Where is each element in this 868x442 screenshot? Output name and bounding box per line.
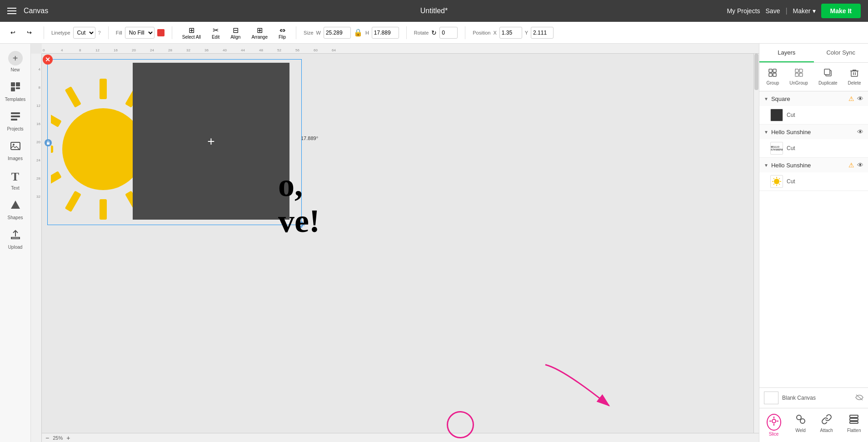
sidebar-item-projects[interactable]: Projects — [2, 107, 29, 135]
warning-icon: ⚠ — [848, 95, 854, 102]
main-layout: + New Templates Projects Images T Text — [0, 44, 868, 442]
select-all-icon: ⊞ — [189, 26, 195, 35]
layer-group-square-header[interactable]: ▼ Square ⚠ 👁 — [759, 91, 868, 106]
make-it-button[interactable]: Make It — [821, 4, 861, 18]
duplicate-button[interactable]: Duplicate — [815, 66, 841, 87]
sidebar-label-projects: Projects — [7, 126, 23, 131]
x-input[interactable] — [499, 27, 522, 39]
zoom-value: 25% — [53, 435, 63, 441]
projects-icon — [10, 111, 21, 125]
layer-item-hello2-cut[interactable]: Cut — [759, 172, 868, 191]
sidebar-item-new[interactable]: + New — [2, 47, 29, 76]
visible-icon[interactable]: 👁 — [857, 95, 863, 102]
linetype-label: Linetype — [51, 30, 70, 35]
svg-rect-26 — [773, 69, 776, 72]
canvas-content: 25.289° 17.889° ✕ — [42, 54, 759, 433]
flip-button[interactable]: ⇔ Flip — [276, 26, 289, 39]
sidebar-item-text[interactable]: T Text — [2, 166, 29, 194]
right-panel: Layers Color Sync Group UnGroup — [759, 44, 868, 442]
templates-icon — [10, 81, 21, 95]
fill-color-swatch[interactable] — [157, 29, 165, 36]
visible-icon[interactable]: 👁 — [857, 128, 863, 136]
layer-hidden-icon[interactable] — [855, 394, 863, 402]
bottom-action-bar: Slice Weld Attach Flatten — [759, 408, 868, 442]
sidebar-item-shapes[interactable]: Shapes — [2, 196, 29, 224]
weld-button[interactable]: Weld — [792, 412, 810, 438]
hamburger-menu[interactable] — [7, 8, 16, 14]
top-nav: Canvas Untitled* My Projects Save | Make… — [0, 0, 868, 22]
sidebar-item-images[interactable]: Images — [2, 137, 29, 165]
scrollbar-thumb[interactable] — [754, 54, 758, 90]
rotate-icon: ↻ — [431, 29, 437, 36]
sidebar-label-shapes: Shapes — [8, 215, 23, 220]
linetype-group: Linetype Cut ? — [51, 27, 101, 39]
bottom-bar: − 25% + — [42, 433, 759, 442]
visible-icon[interactable]: 👁 — [857, 161, 863, 169]
tab-color-sync[interactable]: Color Sync — [814, 44, 868, 62]
maker-dropdown[interactable]: Maker ▾ — [793, 7, 816, 15]
y-input[interactable] — [531, 27, 554, 39]
edit-icon: ✂ — [213, 26, 219, 35]
svg-point-23 — [62, 108, 144, 190]
left-sidebar: + New Templates Projects Images T Text — [0, 44, 31, 442]
flatten-button[interactable]: Flatten — [843, 412, 865, 438]
layer-item-hello1-cut[interactable]: HELLOSUNSHINE Cut — [759, 139, 868, 157]
undo-redo-group: ↩ ↪ — [5, 26, 36, 39]
fill-select[interactable]: No Fill — [125, 27, 155, 39]
rotate-group: Rotate ↻ — [414, 27, 458, 39]
zoom-in-button[interactable]: + — [66, 434, 70, 442]
layer-group-hello2-header[interactable]: ▼ Hello Sunshine ⚠ 👁 — [759, 158, 868, 172]
toolbar: ↩ ↪ Linetype Cut ? Fill No Fill ⊞ Select… — [0, 22, 868, 44]
edit-button[interactable]: ✂ Edit — [209, 26, 222, 39]
zoom-out-button[interactable]: − — [45, 434, 49, 442]
group-button[interactable]: Group — [763, 66, 783, 87]
arrange-button[interactable]: ⊞ Arrange — [249, 26, 270, 39]
rotate-input[interactable] — [439, 27, 458, 39]
vertical-scrollbar[interactable] — [753, 54, 759, 433]
undo-button[interactable]: ↩ — [5, 26, 20, 39]
canvas-area[interactable]: 0 4 8 12 16 20 24 28 32 36 40 44 48 52 5… — [31, 44, 759, 442]
ungroup-button[interactable]: UnGroup — [786, 66, 812, 87]
size-label: Size — [304, 30, 313, 35]
sidebar-label-images: Images — [8, 156, 23, 161]
svg-rect-29 — [795, 69, 798, 72]
svg-rect-4 — [11, 112, 20, 114]
svg-point-36 — [774, 179, 779, 184]
weld-icon — [795, 414, 806, 427]
tab-layers[interactable]: Layers — [759, 44, 814, 62]
redo-button[interactable]: ↪ — [22, 26, 36, 39]
layer-group-hello2-name: Hello Sunshine — [771, 162, 846, 169]
svg-rect-50 — [850, 418, 858, 421]
blank-canvas-label: Blank Canvas — [782, 395, 852, 401]
layer-item-square-cut[interactable]: Cut — [759, 106, 868, 124]
layer-group-hello1-header[interactable]: ▼ Hello Sunshine 👁 — [759, 125, 868, 139]
sidebar-item-upload[interactable]: Upload — [2, 226, 29, 253]
save-button[interactable]: Save — [766, 7, 780, 15]
sidebar-item-templates[interactable]: Templates — [2, 78, 29, 105]
svg-point-48 — [800, 419, 805, 423]
svg-line-44 — [773, 184, 774, 185]
align-button[interactable]: ⊟ Align — [228, 26, 243, 39]
layer-group-hello2: ▼ Hello Sunshine ⚠ 👁 Cut — [759, 158, 868, 191]
linetype-select[interactable]: Cut — [73, 27, 95, 39]
svg-rect-31 — [795, 73, 798, 76]
width-input[interactable] — [324, 27, 351, 39]
height-input[interactable] — [372, 27, 399, 39]
attach-button[interactable]: Attach — [817, 412, 837, 438]
slice-button[interactable]: Slice — [763, 412, 785, 438]
layers-content: ▼ Square ⚠ 👁 Cut ▼ Hello Sunshine 👁 — [759, 91, 868, 386]
delete-button[interactable]: Delete — [844, 66, 865, 87]
select-all-button[interactable]: ⊞ Select All — [180, 26, 204, 39]
warning-icon: ⚠ — [848, 161, 854, 169]
svg-marker-9 — [11, 201, 20, 209]
close-handle[interactable]: ✕ — [43, 55, 53, 65]
images-icon — [10, 141, 21, 154]
layer-group-square: ▼ Square ⚠ 👁 Cut — [759, 91, 868, 125]
slice-icon — [768, 418, 779, 428]
shapes-icon — [10, 200, 21, 213]
text-icon: T — [11, 170, 19, 184]
svg-rect-3 — [16, 87, 20, 89]
my-projects-link[interactable]: My Projects — [727, 7, 760, 15]
svg-rect-1 — [16, 82, 20, 86]
sun-thumb — [770, 175, 783, 188]
